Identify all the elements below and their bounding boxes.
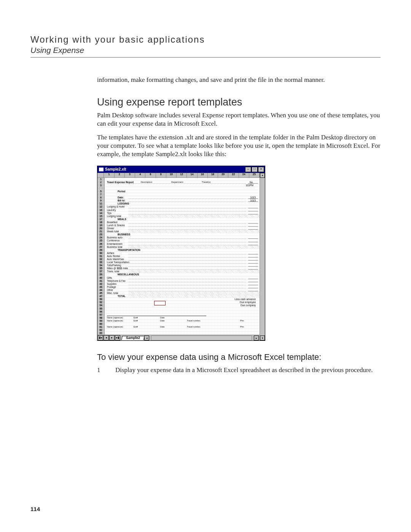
row-cells[interactable] [105,187,260,190]
row-cells[interactable]: BUSINESS [105,233,260,236]
row-cells[interactable]: Telephone & Fax [105,280,260,283]
row-cells[interactable]: 103PM [105,184,260,187]
row-number[interactable]: 55 [97,307,105,310]
row-cells[interactable]: Dinner [105,227,260,230]
row-cells[interactable]: MEALS [105,218,260,221]
row-number[interactable]: 27 [97,246,105,249]
row-number[interactable]: 43 [97,286,105,289]
spreadsheet-grid[interactable]: 123468101214161820222425 12Travel Expens… [97,173,260,341]
column-header[interactable]: 8 [156,173,166,177]
row-cells[interactable]: LODGING [105,202,260,205]
row-number[interactable]: 30 [97,252,105,255]
minimize-button[interactable]: – [245,167,251,172]
row-number[interactable]: 54 [97,304,105,307]
row-cells[interactable]: Meals total [105,230,260,233]
row-number[interactable]: 44 [97,289,105,292]
row-number[interactable]: 57 [97,313,105,316]
row-cells[interactable]: Period [105,190,260,193]
row-number[interactable]: 45 [97,292,105,295]
scroll-left-icon[interactable]: ◂ [144,335,149,340]
tab-prev-button[interactable]: ◂ [104,335,109,340]
row-number[interactable]: 25 [97,239,105,242]
row-cells[interactable]: Name (signature)Ext#DateTravel numberPhn [105,326,260,329]
row-number[interactable]: 63 [97,332,105,335]
row-number[interactable]: 47 [97,295,105,298]
row-cells[interactable]: Other [105,289,260,292]
column-header[interactable]: 6 [145,173,156,177]
row-number[interactable] [97,187,105,190]
row-number[interactable]: 41 [97,280,105,283]
row-number[interactable]: 37 [97,270,105,273]
row-number[interactable]: 29 [97,249,105,252]
row-cells[interactable]: Travel Expense ReportDescriptionDepartme… [105,181,260,184]
row-number[interactable]: 1 [97,178,105,181]
row-number[interactable]: 21 [97,230,105,233]
column-header[interactable]: 18 [208,173,218,177]
row-cells[interactable]: Supplies [105,283,260,286]
row-cells[interactable]: Gifts [105,276,260,280]
row-cells[interactable] [105,332,260,335]
row-number[interactable]: 8 [97,196,105,199]
row-cells[interactable] [105,323,260,326]
column-header[interactable]: 10 [166,173,177,177]
row-number[interactable]: 59 [97,320,105,323]
row-number[interactable]: 5 [97,190,105,193]
row-cells[interactable]: Breakfast [105,221,260,224]
row-number[interactable]: 40 [97,276,105,280]
sheet-tab[interactable]: Sample2 [121,336,145,340]
horizontal-scrollbar[interactable]: ◂ ▸ [144,335,260,340]
row-number[interactable]: 18 [97,221,105,224]
row-cells[interactable]: Name (signature)Ext#Date [105,316,260,320]
row-number[interactable]: 20 [97,227,105,230]
scroll-right-icon[interactable]: ▸ [254,335,259,340]
row-cells[interactable]: Auto Maint/Gas [105,258,260,261]
row-number[interactable]: 35 [97,267,105,270]
row-number[interactable]: 13 [97,209,105,212]
row-number[interactable]: 11 [97,202,105,205]
row-number[interactable]: 61 [97,326,105,329]
row-cells[interactable]: Due employee [105,301,260,304]
row-cells[interactable]: Bill to:1015 [105,199,260,202]
row-cells[interactable] [105,178,260,181]
vertical-scrollbar[interactable]: ▴ ▾ [260,173,265,341]
column-header[interactable]: 3 [125,173,135,177]
column-header[interactable]: 2 [115,173,125,177]
row-cells[interactable]: Miles @ $$$$ /mile [105,267,260,270]
tab-next-button[interactable]: ▸ [109,335,115,340]
row-cells[interactable]: TRANSPORTATION [105,249,260,252]
row-number[interactable]: 52 [97,301,105,304]
row-number[interactable]: 62 [97,329,105,332]
row-number[interactable]: 39 [97,273,105,276]
maximize-button[interactable]: □ [252,167,258,172]
row-cells[interactable]: Business auto [105,236,260,239]
row-cells[interactable]: Auto Rental [105,255,260,258]
row-cells[interactable]: Trans. total [105,270,260,273]
row-cells[interactable]: Lodging & Hotel [105,205,260,208]
row-cells[interactable]: Airfare [105,252,260,255]
row-cells[interactable]: Entertainment [105,243,260,246]
row-cells[interactable]: TOTAL [105,295,260,298]
row-number[interactable]: 23 [97,233,105,236]
column-header[interactable]: 22 [228,173,239,177]
row-cells[interactable] [105,313,260,316]
row-cells[interactable]: Conference [105,239,260,242]
row-cells[interactable]: MISCELLANEOUS [105,273,260,276]
column-header[interactable]: 12 [177,173,187,177]
row-cells[interactable]: Local Transportation [105,261,260,264]
row-cells[interactable]: Lunch & Snacks [105,224,260,227]
row-cells[interactable]: Misc. total [105,292,260,295]
row-cells[interactable]: Name (signature)Ext#DateTravel numberPhn [105,320,260,323]
row-cells[interactable] [105,329,260,332]
column-header[interactable]: 4 [135,173,145,177]
row-number[interactable]: 17 [97,218,105,221]
row-number[interactable]: 12 [97,205,105,208]
column-header[interactable]: 14 [187,173,197,177]
row-cells[interactable] [105,307,260,310]
row-cells[interactable]: Laundry [105,209,260,212]
column-header[interactable]: 1 [104,173,114,177]
row-number[interactable]: 33 [97,261,105,264]
row-cells[interactable]: Business total [105,246,260,249]
row-number[interactable]: 26 [97,243,105,246]
row-number[interactable]: 3 [97,184,105,187]
row-cells[interactable]: Date:1015 [105,196,260,199]
